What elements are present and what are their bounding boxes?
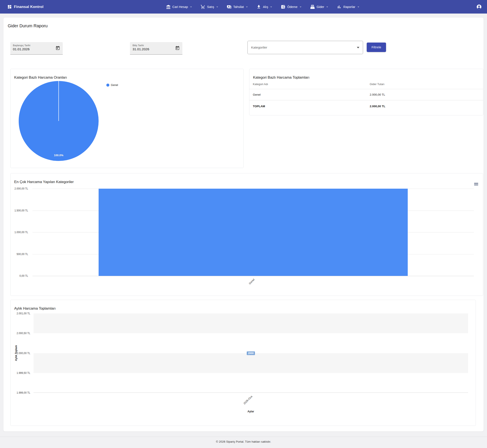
start-date-label: Başlangıç Tarihi (13, 44, 60, 47)
end-date-value: 31.01.2026 (133, 47, 180, 51)
nav-label: Satış (207, 5, 214, 8)
y-tick: 1.999,00 TL (16, 391, 30, 394)
chevron-down-icon (216, 5, 219, 8)
cell-total-value: 2.000,00 TL (366, 100, 483, 112)
nav-item-tahsilat[interactable]: Tahsilat (227, 5, 248, 9)
chevron-down-icon (357, 5, 360, 8)
line-x-tick-label: 2026-Oca (243, 395, 253, 405)
nav-label: Raporlar (343, 5, 355, 8)
nav-menus: Cari Hesap Satış Tahsilat Alış Ödeme Gid… (166, 0, 360, 14)
x-axis-line (33, 392, 468, 393)
table-header-row: Kategori Adı Gider Tutarı (249, 79, 483, 89)
y-tick: 1.999,50 TL (16, 371, 30, 375)
calendar-icon[interactable] (175, 46, 180, 50)
col-header-amount: Gider Tutarı (366, 79, 483, 89)
chevron-down-icon (326, 5, 329, 8)
nav-item-satis[interactable]: Satış (201, 5, 219, 9)
plot-band (33, 313, 468, 333)
nav-label: Gider (317, 5, 324, 8)
line-x-axis-title: Aylar (247, 410, 254, 413)
payments-icon (227, 5, 232, 9)
y-tick: 0,00 TL (20, 274, 28, 278)
cell-amount: 2.000,00 TL (366, 89, 483, 100)
top-navbar: Finansal Kontrol Cari Hesap Satış Tahsil… (0, 0, 487, 14)
line-plot-area: 2000 2026-Oca Aylar (33, 313, 468, 393)
wallet-icon (281, 5, 286, 9)
chevron-down-icon (270, 5, 273, 8)
y-tick: 2.000,00 TL (16, 352, 30, 355)
table-row[interactable]: Genel 2.000,00 TL (249, 89, 483, 100)
categories-select[interactable]: Kategoriler (247, 41, 363, 54)
chevron-down-icon (190, 5, 192, 8)
y-tick: 1.000,00 TL (14, 231, 28, 234)
end-date-field[interactable]: Bitiş Tarihi 31.01.2026 (130, 42, 182, 55)
nav-label: Cari Hesap (172, 5, 188, 8)
calendar-icon[interactable] (56, 46, 60, 50)
page-footer: © 2026 Sipariş Portal. Tüm hakları saklı… (0, 437, 487, 443)
chart-context-menu-icon[interactable] (474, 183, 478, 186)
nav-label: Ödeme (287, 5, 297, 8)
x-axis-line (32, 276, 474, 276)
bar-x-tick-label: Genel (248, 278, 255, 285)
nav-item-odeme[interactable]: Ödeme (281, 5, 302, 9)
nav-item-cari-hesap[interactable]: Cari Hesap (166, 5, 192, 9)
dashboard-icon (7, 5, 12, 9)
legend-label: Genel (111, 84, 118, 87)
bar-y-axis: 2.000,00 TL 1.500,00 TL 1.000,00 TL 500,… (10, 189, 30, 276)
page-title: Gider Durum Raporu (8, 24, 48, 28)
y-tick: 2.000,50 TL (16, 332, 30, 335)
nav-label: Tahsilat (233, 5, 244, 8)
bar-genel[interactable] (99, 189, 408, 276)
line-chart-card: Aylık Harcama Toplamları Aylık Toplam 2.… (10, 300, 476, 426)
brand[interactable]: Finansal Kontrol (7, 0, 43, 14)
category-totals-card: Kategori Bazlı Harcama Toplamları Katego… (249, 69, 483, 115)
nav-item-alis[interactable]: Alış (256, 5, 273, 9)
download-icon (256, 5, 261, 9)
end-date-label: Bitiş Tarihi (133, 44, 180, 47)
category-totals-table: Kategori Adı Gider Tutarı Genel 2.000,00… (249, 79, 483, 112)
bar-plot-area: Genel (32, 189, 474, 276)
cart-icon (201, 5, 205, 9)
nav-label: Alış (263, 5, 268, 8)
report-content: Gider Durum Raporu Başlangıç Tarihi 01.0… (3, 18, 484, 432)
pie-chart-card: Kategori Bazlı Harcama Oranları 100.0% G… (10, 69, 244, 168)
account-circle-icon[interactable] (476, 4, 482, 10)
data-point-label[interactable]: 2000 (247, 351, 255, 355)
plot-band (33, 353, 468, 373)
bar-chart-icon (337, 5, 342, 9)
start-date-field[interactable]: Başlangıç Tarihi 01.01.2026 (10, 42, 63, 55)
bar-chart-title: En Çok Harcama Yapılan Kategoriler (14, 180, 74, 184)
bank-icon (166, 5, 171, 9)
pie-slice-genel[interactable]: 100.0% (19, 81, 99, 161)
y-tick: 2.000,00 TL (14, 187, 28, 190)
expense-report-page: { "navbar": { "brand": "Finansal Kontrol… (0, 0, 487, 448)
dropdown-arrow-icon (357, 47, 359, 48)
pie-chart-title: Kategori Bazlı Harcama Oranları (14, 75, 67, 80)
bar-chart-card: En Çok Harcama Yapılan Kategoriler 2.000… (10, 173, 483, 296)
categories-select-placeholder: Kategoriler (251, 46, 267, 49)
pie-slice-divider (58, 81, 59, 121)
chevron-down-icon (299, 5, 302, 8)
filter-button[interactable]: Filtrele (367, 42, 386, 52)
line-y-axis: 2.001,00 TL 2.000,50 TL 2.000,00 TL 1.99… (10, 313, 32, 393)
legend-dot-icon (106, 84, 109, 87)
col-header-category: Kategori Adı (249, 79, 366, 89)
pos-icon (310, 5, 315, 9)
nav-item-gider[interactable]: Gider (310, 5, 329, 9)
footer-copyright: © 2026 Sipariş Portal. Tüm hakları saklı… (216, 440, 271, 443)
y-tick: 1.500,00 TL (14, 209, 28, 212)
brand-title: Finansal Kontrol (14, 5, 43, 9)
start-date-value: 01.01.2026 (13, 47, 60, 51)
line-chart-title: Aylık Harcama Toplamları (14, 306, 56, 311)
cell-total-label: TOPLAM (249, 100, 366, 112)
table-total-row: TOPLAM 2.000,00 TL (249, 100, 483, 112)
cell-category-name: Genel (249, 89, 366, 100)
y-tick: 2.001,00 TL (16, 312, 30, 315)
pie-slice-label: 100.0% (50, 154, 67, 157)
y-tick: 500,00 TL (16, 252, 28, 256)
pie-legend[interactable]: Genel (106, 84, 118, 87)
chevron-down-icon (246, 5, 248, 8)
nav-item-raporlar[interactable]: Raporlar (337, 5, 360, 9)
